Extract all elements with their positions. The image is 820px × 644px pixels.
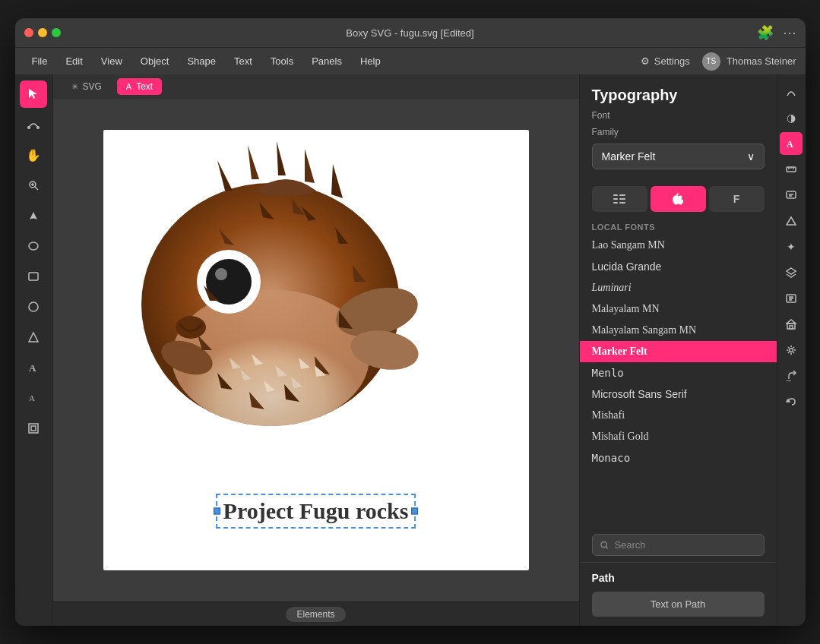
svg-marker-20 (305, 149, 315, 183)
svg-text:A: A (787, 139, 793, 149)
tool-circle[interactable] (20, 293, 47, 320)
tab-svg[interactable]: ✳ SVG (62, 78, 111, 95)
font-item-marker-felt[interactable]: Marker Felt (580, 341, 777, 362)
font-item-mishafi-gold[interactable]: Mishafi Gold (580, 426, 777, 447)
menubar: File Edit View Object Shape Text Tools P… (15, 47, 806, 74)
menu-file[interactable]: File (24, 52, 55, 70)
user-button[interactable]: TS Thomas Steiner (702, 52, 796, 71)
right-tool-ruler[interactable] (780, 158, 803, 181)
svg-rect-51 (619, 194, 625, 196)
titlebar: Boxy SVG - fugu.svg [Edited] 🧩 ⋯ (15, 18, 806, 47)
menu-view[interactable]: View (93, 52, 130, 70)
menu-help[interactable]: Help (353, 52, 388, 70)
svg-marker-10 (29, 333, 38, 342)
traffic-lights (24, 28, 61, 37)
tool-select[interactable] (20, 80, 47, 108)
maximize-button[interactable] (52, 28, 61, 37)
svg-point-7 (29, 242, 38, 250)
elements-label: Elements (296, 609, 334, 620)
filter-tab-google[interactable]: F (709, 186, 765, 212)
text-on-path-button[interactable]: Text on Path (592, 592, 765, 617)
settings-button[interactable]: ⚙ Settings (641, 55, 690, 67)
font-item-luminari[interactable]: Luminari (580, 277, 777, 298)
font-item-monaco[interactable]: Monaco (580, 447, 777, 469)
svg-point-1 (27, 126, 30, 129)
menu-text[interactable]: Text (226, 52, 260, 70)
right-tool-layers[interactable] (780, 261, 803, 284)
minimize-button[interactable] (38, 28, 47, 37)
svg-rect-74 (790, 326, 793, 329)
font-item-lucida[interactable]: Lucida Grande (580, 256, 777, 277)
tool-text-small[interactable]: A (20, 384, 47, 412)
svg-point-56 (600, 541, 606, 547)
tool-frame[interactable] (20, 415, 47, 442)
path-section: Path Text on Path (580, 562, 777, 626)
typography-title: Typography (580, 74, 777, 110)
main-area: ✋ (15, 74, 806, 626)
window-title: Boxy SVG - fugu.svg [Edited] (346, 27, 473, 39)
right-tool-building[interactable] (780, 313, 803, 336)
menu-panels[interactable]: Panels (304, 52, 350, 70)
elements-badge[interactable]: Elements (286, 607, 345, 622)
right-tool-gear[interactable] (780, 339, 803, 361)
canvas-text-element[interactable]: Project Fugu rocks (216, 494, 416, 529)
svg-marker-66 (787, 217, 796, 225)
font-item-menlo[interactable]: Menlo (580, 362, 777, 384)
tool-pan[interactable]: ✋ (20, 141, 47, 169)
right-tool-contrast[interactable]: ◑ (780, 106, 803, 129)
canvas[interactable]: Project Fugu rocks (103, 130, 529, 570)
font-item-mishafi[interactable]: Mishafi (580, 405, 777, 426)
right-tool-comment[interactable] (780, 184, 803, 207)
right-tool-typography[interactable]: A (780, 132, 803, 155)
svg-rect-54 (613, 202, 618, 204)
filter-tab-apple[interactable] (651, 186, 706, 212)
more-options-icon[interactable]: ⋯ (783, 24, 796, 41)
right-tool-plus[interactable]: ✦ (780, 235, 803, 258)
font-search-box[interactable] (592, 534, 765, 556)
tool-pen[interactable] (20, 202, 47, 229)
font-item-malayalam-sangam[interactable]: Malayalam Sangam MN (580, 320, 777, 341)
svg-marker-18 (248, 145, 259, 179)
right-tool-undo[interactable] (780, 390, 803, 413)
close-button[interactable] (24, 28, 33, 37)
google-f-icon: F (733, 193, 740, 205)
right-tool-draw[interactable] (780, 80, 803, 103)
sel-handle-left[interactable] (214, 508, 220, 515)
text-tab-label: Text (136, 81, 153, 92)
right-tool-triangle[interactable] (780, 210, 803, 232)
search-input[interactable] (614, 539, 755, 551)
svg-tab-label: SVG (83, 81, 102, 92)
filter-tab-list[interactable] (592, 186, 647, 212)
tool-zoom[interactable] (20, 172, 47, 199)
tool-ellipse[interactable] (20, 232, 47, 260)
svg-marker-17 (217, 160, 233, 191)
menu-tools[interactable]: Tools (263, 52, 301, 70)
right-tool-export[interactable] (780, 365, 803, 387)
puzzle-icon[interactable]: 🧩 (757, 24, 774, 41)
avatar: TS (702, 52, 720, 71)
font-list[interactable]: Lao Sangam MN Lucida Grande Luminari Mal… (580, 235, 777, 528)
svg-line-57 (606, 546, 608, 548)
tab-text[interactable]: A Text (117, 78, 162, 95)
tool-rect[interactable] (20, 263, 47, 290)
font-item-microsoft[interactable]: Microsoft Sans Serif (580, 384, 777, 405)
tool-triangle[interactable] (20, 324, 47, 351)
font-item-lao[interactable]: Lao Sangam MN (580, 235, 777, 256)
menu-edit[interactable]: Edit (58, 52, 90, 70)
menu-shape[interactable]: Shape (179, 52, 223, 70)
user-name: Thomas Steiner (727, 55, 796, 67)
svg-point-75 (790, 349, 793, 352)
svg-marker-19 (277, 141, 286, 175)
settings-label: Settings (654, 55, 690, 67)
font-item-malayalam[interactable]: Malayalam MN (580, 298, 777, 320)
sel-handle-right[interactable] (411, 508, 418, 515)
right-tool-list[interactable] (780, 287, 803, 310)
right-icon-bar: ◑ A (777, 74, 806, 626)
dropdown-chevron: ∨ (747, 150, 755, 163)
path-label: Path (592, 572, 765, 584)
tool-node[interactable] (20, 111, 47, 138)
canvas-wrapper: Project Fugu rocks (53, 99, 579, 601)
tool-text[interactable]: A (20, 354, 47, 381)
menu-object[interactable]: Object (133, 52, 177, 70)
font-family-dropdown[interactable]: Marker Felt ∨ (592, 144, 765, 169)
